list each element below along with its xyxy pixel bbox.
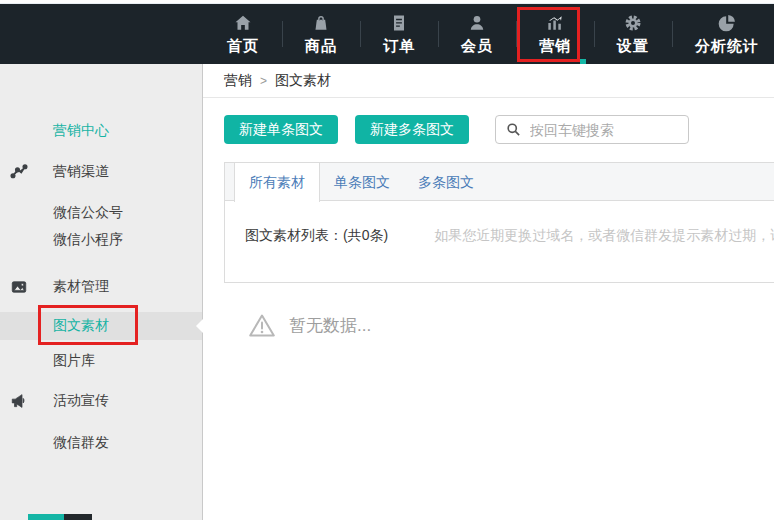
- nav-item-label: 营销: [539, 37, 571, 56]
- warning-triangle-icon: [248, 313, 276, 338]
- sidebar-item-image-library[interactable]: 图片库: [0, 347, 202, 375]
- nav-item-goods[interactable]: 商品: [282, 4, 360, 64]
- sidebar-item-label: 营销渠道: [53, 163, 109, 181]
- sidebar-item-wechat-mass-send[interactable]: 微信群发: [0, 429, 202, 457]
- empty-state-text: 暂无数据...: [289, 314, 371, 337]
- nav-item-orders[interactable]: 订单: [360, 4, 438, 64]
- nav-item-label: 设置: [617, 37, 649, 56]
- search-box: [495, 115, 689, 144]
- nav-item-marketing[interactable]: 营销: [516, 4, 594, 64]
- nav-item-home[interactable]: 首页: [204, 4, 282, 64]
- new-single-imagetext-button[interactable]: 新建单条图文: [224, 115, 338, 144]
- list-title: 图文素材列表：(共0条): [245, 227, 388, 245]
- sidebar-item-label: 微信公众号: [53, 204, 123, 222]
- empty-state: 暂无数据...: [248, 313, 774, 338]
- app-window: 首页 商品 订单 会员 营销 设置: [0, 0, 774, 520]
- sidebar-item-label: 营销中心: [53, 122, 109, 140]
- members-icon: [467, 13, 487, 33]
- search-input[interactable]: [495, 115, 689, 144]
- main-layout: 营销中心 营销渠道 微信公众号 微信小程序 素材管理 图文素材: [0, 64, 774, 520]
- bottom-dark-bar: [64, 514, 92, 520]
- top-navbar: 首页 商品 订单 会员 营销 设置: [0, 4, 774, 64]
- tab-single-imagetext[interactable]: 单条图文: [320, 163, 404, 200]
- sidebar-item-label: 图文素材: [53, 317, 109, 335]
- sidebar-item-activity-promotion[interactable]: 活动宣传: [0, 387, 202, 415]
- search-icon: [506, 122, 521, 137]
- sidebar: 营销中心 营销渠道 微信公众号 微信小程序 素材管理 图文素材: [0, 64, 203, 520]
- new-multi-imagetext-button[interactable]: 新建多条图文: [355, 115, 469, 144]
- sidebar-item-label: 素材管理: [53, 278, 109, 296]
- tab-all-materials[interactable]: 所有素材: [234, 163, 320, 202]
- home-icon: [233, 13, 253, 33]
- toolbar: 新建单条图文 新建多条图文: [224, 115, 774, 144]
- sidebar-item-label: 微信小程序: [53, 231, 123, 249]
- marketing-icon: [545, 13, 565, 33]
- content-area: 营销 > 图文素材 新建单条图文 新建多条图文 所有素材: [203, 64, 774, 520]
- tab-bar: 所有素材 单条图文 多条图文: [225, 163, 774, 201]
- analytics-icon: [717, 13, 737, 33]
- nav-item-label: 首页: [227, 37, 259, 56]
- sidebar-item-material-management[interactable]: 素材管理: [0, 273, 202, 301]
- sidebar-item-wechat-official[interactable]: 微信公众号: [0, 199, 202, 227]
- orders-icon: [389, 13, 409, 33]
- sidebar-item-label: 图片库: [53, 352, 95, 370]
- breadcrumb-separator: >: [260, 74, 267, 88]
- content-body: 新建单条图文 新建多条图文 所有素材 单条图文 多条图文: [203, 98, 774, 520]
- nav-item-label: 订单: [383, 37, 415, 56]
- list-header: 图文素材列表：(共0条) 如果您近期更换过域名，或者微信群发提示素材过期，请: [225, 201, 774, 282]
- breadcrumb-section[interactable]: 营销: [224, 72, 252, 90]
- settings-icon: [623, 13, 643, 33]
- top-nav-items: 首页 商品 订单 会员 营销 设置: [204, 4, 774, 64]
- breadcrumb-current: 图文素材: [275, 72, 331, 90]
- share-network-icon: [10, 163, 28, 181]
- tab-multi-imagetext[interactable]: 多条图文: [404, 163, 488, 200]
- breadcrumb: 营销 > 图文素材: [203, 64, 774, 98]
- sidebar-item-marketing-channels[interactable]: 营销渠道: [0, 158, 202, 186]
- sidebar-item-label: 活动宣传: [53, 392, 109, 410]
- nav-item-analytics[interactable]: 分析统计: [672, 4, 774, 64]
- nav-item-label: 分析统计: [695, 37, 759, 56]
- material-tab-panel: 所有素材 单条图文 多条图文 图文素材列表：(共0条) 如果您近期更换过域名，或…: [224, 162, 774, 283]
- list-hint: 如果您近期更换过域名，或者微信群发提示素材过期，请: [434, 227, 774, 245]
- nav-item-members[interactable]: 会员: [438, 4, 516, 64]
- nav-item-label: 会员: [461, 37, 493, 56]
- sidebar-item-wechat-miniprogram[interactable]: 微信小程序: [0, 226, 202, 254]
- sidebar-item-marketing-center[interactable]: 营销中心: [0, 117, 202, 145]
- bottom-teal-bar: [28, 514, 64, 520]
- sidebar-item-label: 微信群发: [53, 434, 109, 452]
- megaphone-icon: [10, 392, 28, 410]
- nav-item-settings[interactable]: 设置: [594, 4, 672, 64]
- sidebar-item-imagetext-material[interactable]: 图文素材: [0, 312, 202, 340]
- nav-item-label: 商品: [305, 37, 337, 56]
- goods-icon: [311, 13, 331, 33]
- active-item-notch: [196, 319, 203, 333]
- image-icon: [10, 278, 28, 296]
